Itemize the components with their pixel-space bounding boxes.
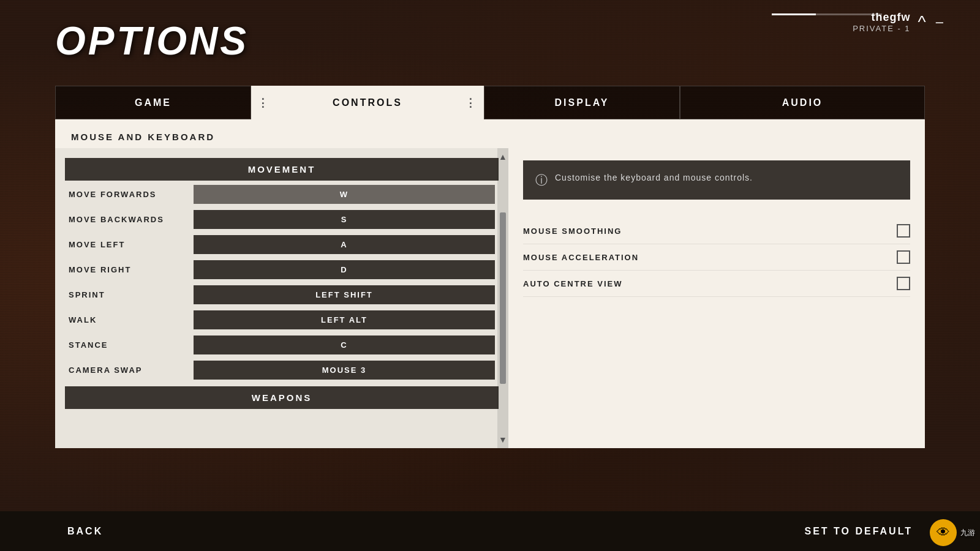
page-title: OPTIONS: [55, 18, 249, 64]
checkbox-mouse-smoothing[interactable]: [897, 224, 910, 238]
info-icon: ⓘ: [535, 172, 548, 189]
inner-content: MOVEMENT MOVE FORWARDSWMOVE BACKWARDSSMO…: [55, 148, 925, 448]
binding-label: SPRINT: [69, 290, 191, 299]
binding-row[interactable]: CAMERA SWAPMOUSE 3: [65, 358, 499, 383]
checkbox-auto-centre-view[interactable]: [897, 277, 910, 290]
binding-label: MOVE BACKWARDS: [69, 215, 191, 224]
tab-controls-label: CONTROLS: [333, 97, 402, 108]
back-button[interactable]: BACK: [55, 520, 115, 543]
panel-wrapper: MOUSE AND KEYBOARD: [55, 119, 925, 148]
right-panel: ⓘ Customise the keyboard and mouse contr…: [508, 148, 925, 448]
binding-key[interactable]: D: [194, 260, 495, 279]
group-movement: MOVEMENT: [65, 158, 499, 181]
group-weapons: WEAPONS: [65, 386, 499, 409]
progress-fill: [772, 13, 816, 15]
mouse-setting-label: AUTO CENTRE VIEW: [523, 279, 623, 288]
expand-icon[interactable]: ^: [918, 13, 926, 31]
mouse-setting-row: MOUSE SMOOTHING: [523, 218, 910, 244]
binding-label: CAMERA SWAP: [69, 365, 191, 375]
binding-key[interactable]: LEFT SHIFT: [194, 285, 495, 304]
binding-key[interactable]: S: [194, 210, 495, 229]
set-default-button[interactable]: SET TO DEFAULT: [792, 520, 925, 543]
scroll-down-arrow[interactable]: ▼: [499, 435, 507, 444]
tab-audio[interactable]: AUDIO: [680, 86, 925, 119]
content-panel: MOUSE AND KEYBOARD MOVEMENT MOVE FORWARD…: [55, 119, 925, 448]
mouse-setting-row: AUTO CENTRE VIEW: [523, 271, 910, 297]
bottom-bar: BACK SET TO DEFAULT: [0, 511, 980, 551]
binding-label: MOVE FORWARDS: [69, 190, 191, 199]
tab-display[interactable]: DISPLAY: [484, 86, 680, 119]
tab-controls-chevron: ⌄: [362, 116, 373, 129]
binding-key[interactable]: MOUSE 3: [194, 361, 495, 380]
mouse-setting-label: MOUSE ACCELERATION: [523, 253, 639, 262]
bindings-container: MOVE FORWARDSWMOVE BACKWARDSSMOVE LEFTAM…: [65, 182, 499, 383]
binding-key[interactable]: W: [194, 185, 495, 204]
main-container: GAME ⋮ CONTROLS ⋮ ⌄ DISPLAY AUDIO MOUSE …: [55, 86, 925, 502]
user-rank: PRIVATE - 1: [853, 24, 910, 33]
watermark: 👁 九游: [930, 519, 975, 546]
checkbox-mouse-acceleration[interactable]: [897, 250, 910, 264]
binding-row[interactable]: MOVE BACKWARDSS: [65, 207, 499, 232]
tab-game[interactable]: GAME: [55, 86, 251, 119]
binding-label: MOVE RIGHT: [69, 265, 191, 274]
binding-row[interactable]: MOVE LEFTA: [65, 232, 499, 257]
left-panel: MOVEMENT MOVE FORWARDSWMOVE BACKWARDSSMO…: [55, 148, 508, 448]
info-text: Customise the keyboard and mouse control…: [555, 171, 753, 184]
minimize-button[interactable]: –: [936, 14, 943, 30]
mouse-setting-label: MOUSE SMOOTHING: [523, 227, 622, 236]
mouse-settings: MOUSE SMOOTHINGMOUSE ACCELERATIONAUTO CE…: [523, 218, 910, 297]
binding-label: MOVE LEFT: [69, 240, 191, 249]
binding-label: STANCE: [69, 340, 191, 350]
tab-controls[interactable]: ⋮ CONTROLS ⋮ ⌄: [251, 86, 484, 119]
section-header: MOUSE AND KEYBOARD: [67, 127, 913, 148]
binding-key[interactable]: A: [194, 235, 495, 254]
scroll-thumb[interactable]: [500, 212, 506, 384]
binding-row[interactable]: MOVE FORWARDSW: [65, 182, 499, 207]
binding-row[interactable]: MOVE RIGHTD: [65, 257, 499, 282]
user-info: thegfw PRIVATE - 1 ^ –: [853, 11, 943, 33]
user-name: thegfw: [853, 11, 910, 24]
binding-row[interactable]: STANCEC: [65, 332, 499, 358]
tab-display-label: DISPLAY: [555, 97, 609, 108]
tab-audio-label: AUDIO: [782, 97, 823, 108]
tab-game-label: GAME: [135, 97, 172, 108]
binding-key[interactable]: C: [194, 335, 495, 354]
tab-bar: GAME ⋮ CONTROLS ⋮ ⌄ DISPLAY AUDIO: [55, 86, 925, 119]
scroll-up-arrow[interactable]: ▲: [499, 152, 507, 162]
user-details: thegfw PRIVATE - 1: [853, 11, 910, 33]
binding-row[interactable]: SPRINTLEFT SHIFT: [65, 282, 499, 307]
scroll-track: ▲ ▼: [497, 148, 508, 448]
binding-row[interactable]: WALKLEFT ALT: [65, 307, 499, 332]
watermark-logo: 👁: [930, 519, 957, 546]
tab-controls-dots-left: ⋮: [257, 96, 270, 110]
binding-label: WALK: [69, 315, 191, 324]
info-box: ⓘ Customise the keyboard and mouse contr…: [523, 160, 910, 200]
binding-key[interactable]: LEFT ALT: [194, 310, 495, 329]
mouse-setting-row: MOUSE ACCELERATION: [523, 244, 910, 271]
tab-controls-dots-right: ⋮: [465, 96, 478, 110]
watermark-text: 九游: [960, 528, 975, 538]
